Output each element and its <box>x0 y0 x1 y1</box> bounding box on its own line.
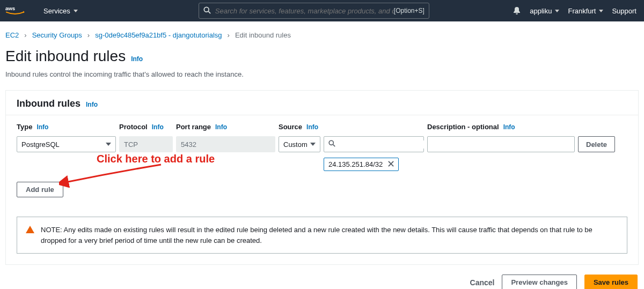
col-type: Type Info <box>17 123 116 131</box>
note-box: NOTE: Any edits made on existing rules w… <box>17 217 627 254</box>
col-description-info[interactable]: Info <box>503 123 515 131</box>
type-select[interactable]: PostgreSQL <box>17 136 116 152</box>
services-menu[interactable]: Services <box>38 7 83 15</box>
support-menu[interactable]: Support <box>608 7 641 15</box>
page-title: Edit inbound rules <box>5 48 126 65</box>
warning-icon <box>26 226 34 233</box>
add-rule-button[interactable]: Add rule <box>17 182 63 197</box>
save-rules-button[interactable]: Save rules <box>584 275 638 289</box>
footer-actions: Cancel Preview changes Save rules <box>0 265 644 289</box>
remove-cidr-button[interactable] <box>388 160 394 168</box>
protocol-field: TCP <box>119 136 173 152</box>
breadcrumb-ec2[interactable]: EC2 <box>5 31 19 39</box>
search-shortcut: [Option+S] <box>394 7 425 14</box>
svg-point-3 <box>329 140 333 145</box>
breadcrumb-security-groups[interactable]: Security Groups <box>32 31 82 39</box>
col-source-label: Source <box>279 123 302 131</box>
chevron-right-icon: › <box>87 31 90 39</box>
bell-icon <box>513 6 521 15</box>
source-column: 24.135.251.84/32 <box>324 136 424 171</box>
panel-info-link[interactable]: Info <box>86 101 98 108</box>
rule-row: PostgreSQL TCP 5432 Custom 24.135.251.84… <box>17 136 627 171</box>
svg-text:aws: aws <box>5 5 15 11</box>
search-input[interactable] <box>215 7 394 15</box>
breadcrumb: EC2 › Security Groups › sg-0de9c485ef9a2… <box>0 21 644 45</box>
aws-logo[interactable]: aws <box>5 5 25 17</box>
note-text: NOTE: Any edits made on existing rules w… <box>41 225 618 246</box>
account-label: appliku <box>530 7 552 15</box>
panel-title: Inbound rules <box>17 98 80 109</box>
col-protocol-label: Protocol <box>119 123 148 131</box>
cidr-value: 24.135.251.84/32 <box>328 160 383 168</box>
col-type-label: Type <box>17 123 32 131</box>
global-search[interactable]: [Option+S] <box>199 3 429 19</box>
top-nav: aws Services [Option+S] appliku Frankfur… <box>0 0 644 21</box>
port-range-field: 5432 <box>176 136 275 152</box>
delete-rule-button[interactable]: Delete <box>578 136 615 152</box>
page-header: Edit inbound rules Info <box>0 45 644 67</box>
source-cidr-chip: 24.135.251.84/32 <box>324 158 399 171</box>
col-port-info[interactable]: Info <box>215 123 227 131</box>
col-port-label: Port range <box>176 123 211 131</box>
region-menu[interactable]: Frankfurt <box>564 7 608 15</box>
services-label: Services <box>43 7 70 15</box>
page-title-info-link[interactable]: Info <box>131 55 143 63</box>
chevron-down-icon <box>599 10 603 12</box>
chevron-right-icon: › <box>24 31 26 39</box>
svg-point-1 <box>204 7 209 12</box>
col-type-info[interactable]: Info <box>36 123 48 131</box>
rules-body: Type Info Protocol Info Port range Info … <box>6 115 638 173</box>
search-icon <box>328 140 335 149</box>
col-protocol: Protocol Info <box>119 123 173 131</box>
add-rule-wrap: Add rule <box>6 173 638 206</box>
cancel-button[interactable]: Cancel <box>470 278 495 287</box>
chevron-down-icon <box>74 10 78 12</box>
col-source-info[interactable]: Info <box>306 123 318 131</box>
column-headers: Type Info Protocol Info Port range Info … <box>17 123 627 136</box>
inbound-rules-panel: Inbound rules Info Type Info Protocol In… <box>5 90 639 265</box>
source-search-input[interactable] <box>339 140 429 149</box>
chevron-down-icon <box>106 143 111 146</box>
svg-line-2 <box>208 11 210 13</box>
close-icon <box>388 161 394 167</box>
source-mode-value: Custom <box>283 140 308 149</box>
source-mode-select[interactable]: Custom <box>279 136 320 152</box>
notifications-button[interactable] <box>508 6 525 15</box>
nav-right: appliku Frankfurt Support <box>508 6 644 15</box>
source-search[interactable] <box>324 136 424 152</box>
search-icon <box>203 6 211 16</box>
breadcrumb-sg-id[interactable]: sg-0de9c485ef9a21bf5 - djangotutorialsg <box>95 31 222 39</box>
description-input[interactable] <box>427 136 575 152</box>
chevron-down-icon <box>310 143 316 146</box>
col-port: Port range Info <box>176 123 275 131</box>
support-label: Support <box>612 7 636 15</box>
col-source: Source Info <box>279 123 424 131</box>
page-description: Inbound rules control the incoming traff… <box>0 67 644 87</box>
preview-changes-button[interactable]: Preview changes <box>502 275 577 289</box>
region-label: Frankfurt <box>568 7 596 15</box>
col-protocol-info[interactable]: Info <box>152 123 164 131</box>
panel-header: Inbound rules Info <box>6 91 638 115</box>
breadcrumb-current: Edit inbound rules <box>235 31 291 39</box>
col-description-label: Description - optional <box>427 123 499 131</box>
account-menu[interactable]: appliku <box>525 7 564 15</box>
type-value: PostgreSQL <box>21 140 60 149</box>
svg-line-4 <box>333 145 335 147</box>
col-description: Description - optional Info <box>427 123 575 131</box>
chevron-right-icon: › <box>228 31 230 39</box>
chevron-down-icon <box>555 10 559 12</box>
